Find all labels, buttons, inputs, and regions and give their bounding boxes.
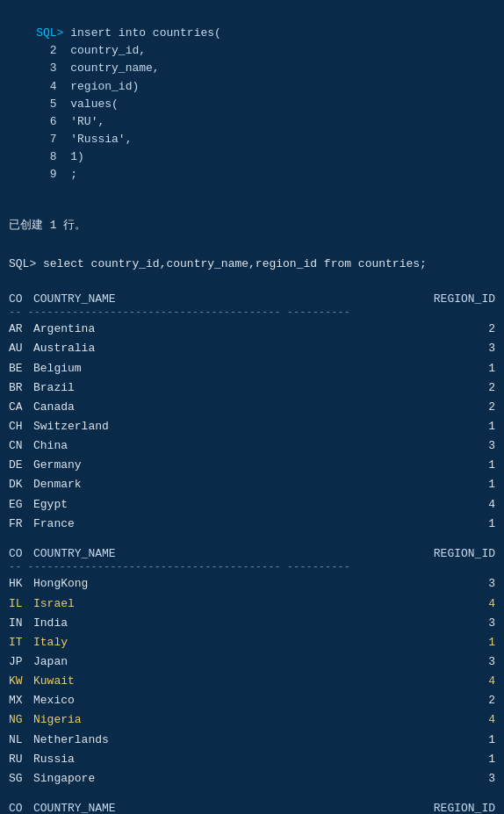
table-row: INIndia3 [9, 614, 495, 633]
table-row: ILIsrael4 [9, 594, 495, 614]
table-row: DEGermany1 [9, 456, 495, 475]
insert-line-1: insert into countries( [63, 26, 220, 40]
table-header-3: CO COUNTRY_NAME REGION_ID [9, 801, 495, 814]
table-row: FRFrance1 [9, 515, 495, 534]
col-region-header-3: REGION_ID [425, 802, 495, 814]
sql-prompt: SQL> [36, 26, 63, 40]
table-divider-2: -- -------------------------------------… [9, 561, 495, 575]
table-divider-1: -- -------------------------------------… [9, 306, 495, 321]
col-region-header-2: REGION_ID [425, 547, 495, 560]
insert-sql-block: SQL> insert into countries( 2 country_id… [9, 7, 495, 202]
table-row: NGNigeria4 [9, 710, 495, 730]
table-row: SGSingapore3 [9, 769, 495, 789]
insert-line-2: 2 country_id, [36, 44, 146, 57]
table-row: CNChina3 [9, 436, 495, 456]
terminal-window: SQL> insert into countries( 2 country_id… [9, 7, 495, 814]
col-region-header-1: REGION_ID [425, 292, 495, 306]
table-header-1: CO COUNTRY_NAME REGION_ID [9, 292, 495, 306]
insert-line-4: 4 region_id) [36, 80, 139, 93]
insert-line-5: 5 values( [36, 97, 119, 111]
table-row: EGEgypt4 [9, 495, 495, 515]
table-row: MXMexico2 [9, 691, 495, 710]
col-country-header-3: COUNTRY_NAME [33, 802, 425, 814]
col-country-header-1: COUNTRY_NAME [33, 292, 425, 306]
table-row: BEBelgium1 [9, 359, 495, 378]
insert-line-8: 8 1) [36, 150, 84, 163]
insert-line-3: 3 country_name, [36, 61, 159, 75]
table-row: JPJapan3 [9, 652, 495, 672]
created-status: 已创建 1 行。 [9, 216, 495, 235]
table-row: DKDenmark1 [9, 475, 495, 494]
insert-line-6: 6 'RU', [36, 115, 104, 128]
table-row: AUAustralia3 [9, 339, 495, 358]
table-row: RURussia1 [9, 750, 495, 769]
table-header-2: CO COUNTRY_NAME REGION_ID [9, 546, 495, 561]
table-row: KWKuwait4 [9, 672, 495, 691]
insert-line-7: 7 'Russia', [36, 133, 132, 146]
table-row: ITItaly1 [9, 633, 495, 652]
table-row: BRBrazil2 [9, 378, 495, 398]
insert-line-9: 9 ; [36, 168, 77, 181]
col-country-header-2: COUNTRY_NAME [33, 547, 425, 560]
select-sql: SQL> select country_id,country_name,regi… [9, 255, 495, 274]
table-section-2: CO COUNTRY_NAME REGION_ID -- -----------… [9, 546, 495, 789]
table-row: HKHongKong3 [9, 574, 495, 594]
table-row: NLNetherlands1 [9, 731, 495, 750]
table-row: ARArgentina2 [9, 320, 495, 339]
col-co-header-1: CO [9, 292, 33, 306]
table-row: CACanada2 [9, 398, 495, 417]
table-section-3: CO COUNTRY_NAME REGION_ID -- -----------… [9, 801, 495, 814]
col-co-header-2: CO [9, 547, 33, 560]
col-co-header-3: CO [9, 802, 33, 814]
table-row: CHSwitzerland1 [9, 417, 495, 436]
table-section-1: CO COUNTRY_NAME REGION_ID -- -----------… [9, 292, 495, 534]
